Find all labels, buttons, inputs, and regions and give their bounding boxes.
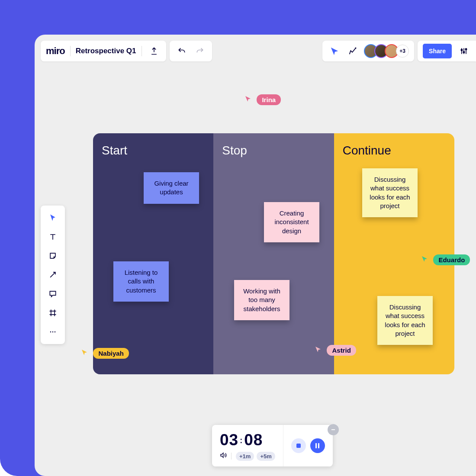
undo-icon[interactable] — [175, 44, 189, 58]
timer-stop-button[interactable] — [291, 438, 306, 453]
sticky-note[interactable]: Listening to calls with customers — [113, 261, 169, 302]
user-cursor-eduardo: Eduardo — [421, 251, 470, 265]
column-title: Continue — [343, 144, 446, 158]
user-cursor-astrid: Astrid — [315, 341, 356, 356]
timer-minutes: 03 — [220, 431, 238, 449]
avatar-overflow[interactable]: +3 — [396, 45, 409, 58]
select-tool[interactable] — [44, 209, 61, 226]
column-stop[interactable]: Stop — [213, 133, 334, 374]
cursor-label: Astrid — [327, 345, 356, 356]
more-tools[interactable] — [44, 323, 61, 341]
settings-icon[interactable] — [457, 44, 471, 58]
timer-widget[interactable]: 03:08 +1m +5m — [212, 425, 333, 466]
svg-point-4 — [52, 331, 54, 333]
sticky-note[interactable]: Creating inconsistent design — [264, 202, 319, 242]
add-5min-button[interactable]: +5m — [257, 452, 275, 461]
timer-display: 03:08 — [220, 431, 275, 449]
column-start[interactable]: Start — [93, 133, 213, 374]
sticky-note-tool[interactable] — [44, 247, 61, 264]
board-info-panel: miro Retrospective Q1 — [41, 41, 166, 61]
present-icon[interactable] — [328, 44, 341, 58]
sticky-note[interactable]: Giving clear updates — [144, 172, 199, 204]
collab-panel: +3 — [322, 41, 414, 61]
svg-point-3 — [50, 331, 51, 333]
timer-collapse-button[interactable] — [328, 424, 339, 435]
sound-icon[interactable] — [220, 452, 227, 460]
collaborator-avatars[interactable]: +3 — [364, 44, 409, 58]
reactions-icon[interactable] — [346, 44, 360, 58]
frame-tool[interactable] — [44, 304, 61, 322]
cursor-label: Nabiyah — [93, 348, 129, 359]
board-title[interactable]: Retrospective Q1 — [76, 47, 136, 55]
canvas[interactable]: miro Retrospective Q1 — [35, 35, 476, 476]
sticky-note[interactable]: Discussing what success looks for each p… — [377, 296, 433, 345]
column-title: Start — [102, 144, 205, 158]
svg-point-1 — [463, 51, 464, 53]
svg-point-2 — [465, 48, 466, 50]
cursor-label: Irina — [257, 94, 281, 105]
timer-seconds: 08 — [244, 431, 263, 449]
divider — [231, 453, 232, 460]
cursor-label: Eduardo — [433, 254, 470, 265]
sticky-note[interactable]: Working with too many stakeholders — [234, 280, 289, 320]
redo-icon[interactable] — [193, 44, 207, 58]
add-1min-button[interactable]: +1m — [236, 452, 254, 461]
miro-logo: miro — [46, 45, 65, 57]
svg-point-0 — [461, 49, 462, 51]
share-button[interactable]: Share — [423, 44, 452, 58]
share-panel: Share — [418, 41, 476, 61]
divider — [142, 46, 142, 56]
left-toolbar — [41, 206, 65, 344]
svg-point-5 — [55, 331, 56, 333]
export-icon[interactable] — [147, 44, 161, 58]
user-cursor-irina: Irina — [244, 91, 281, 105]
column-title: Stop — [222, 144, 325, 158]
arrow-tool[interactable] — [44, 266, 61, 283]
divider — [70, 46, 71, 56]
user-cursor-nabiyah: Nabiyah — [81, 344, 129, 359]
sticky-note[interactable]: Discussing what success looks for each p… — [362, 168, 418, 217]
text-tool[interactable] — [44, 228, 61, 245]
timer-pause-button[interactable] — [310, 438, 325, 453]
undo-redo-panel — [170, 41, 212, 61]
comment-tool[interactable] — [44, 285, 61, 302]
